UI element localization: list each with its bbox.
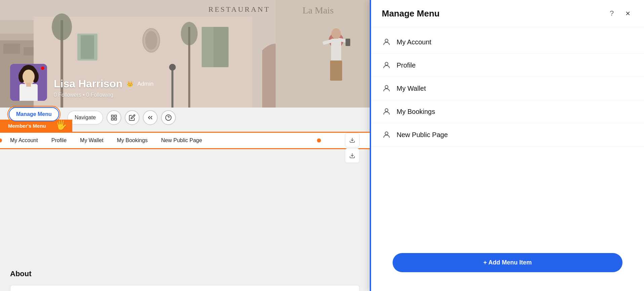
- svg-point-53: [385, 132, 388, 135]
- svg-rect-41: [112, 115, 114, 117]
- download-bottom-button[interactable]: [345, 148, 360, 163]
- nav-tab-new-public-page[interactable]: New Public Page: [161, 137, 202, 143]
- navigate-button[interactable]: Navigate: [67, 111, 103, 125]
- svg-text:RESTAURANT: RESTAURANT: [208, 5, 270, 13]
- nav-tab-my-account[interactable]: My Account: [10, 137, 38, 143]
- my-account-icon: [382, 37, 391, 47]
- nav-dot-right: [317, 138, 321, 142]
- svg-point-52: [385, 109, 388, 112]
- menu-item-my-bookings[interactable]: My Bookings: [371, 100, 644, 123]
- svg-rect-44: [115, 118, 117, 120]
- crown-icon: 👑: [127, 81, 133, 87]
- menu-item-my-account[interactable]: My Account: [371, 31, 644, 54]
- help-icon-button[interactable]: [161, 110, 176, 125]
- new-public-page-icon: [382, 130, 391, 139]
- profile-icon: [382, 60, 391, 70]
- nav-tab-my-wallet[interactable]: My Wallet: [80, 137, 104, 143]
- svg-point-49: [385, 39, 388, 42]
- my-bookings-icon: [382, 107, 391, 116]
- new-public-page-label: New Public Page: [397, 131, 448, 139]
- nav-tab-profile[interactable]: Profile: [51, 137, 67, 143]
- nav-tab-my-bookings[interactable]: My Bookings: [117, 137, 148, 143]
- svg-rect-40: [26, 83, 31, 87]
- my-wallet-icon: [382, 84, 391, 93]
- svg-point-50: [385, 62, 388, 65]
- name-row: Lisa Harrison 👑 Admin: [54, 78, 154, 90]
- follow-stats: 0 Followers • 0 Following: [54, 92, 154, 98]
- panel-close-button[interactable]: ×: [622, 8, 633, 19]
- about-textarea[interactable]: [10, 285, 360, 291]
- nav-tabs-row: My Account Profile My Wallet My Bookings…: [0, 132, 370, 149]
- edit-icon-button[interactable]: [125, 110, 139, 125]
- add-menu-item-button[interactable]: + Add Menu Item: [393, 253, 622, 272]
- hero-banner: La Mais: [0, 0, 370, 108]
- my-wallet-label: My Wallet: [397, 85, 426, 92]
- about-section: About: [0, 259, 370, 291]
- nav-dot-left: [0, 138, 2, 142]
- menu-item-my-wallet[interactable]: My Wallet: [371, 77, 644, 100]
- page-wrapper: La Mais: [0, 0, 644, 291]
- profile-info: Lisa Harrison 👑 Admin 0 Followers • 0 Fo…: [54, 78, 154, 101]
- menu-item-profile[interactable]: Profile: [371, 54, 644, 77]
- about-title: About: [10, 269, 360, 278]
- panel-actions: ? ×: [606, 8, 633, 19]
- my-bookings-label: My Bookings: [397, 108, 435, 116]
- svg-rect-42: [115, 115, 117, 117]
- my-account-label: My Account: [397, 38, 431, 46]
- profile-name: Lisa Harrison: [54, 78, 123, 90]
- svg-rect-43: [112, 118, 114, 120]
- manage-menu-btn-wrapper: Manage Menu: [7, 106, 61, 123]
- back-icon-button[interactable]: [143, 110, 158, 125]
- download-top-button[interactable]: [345, 133, 360, 148]
- profile-label: Profile: [397, 61, 416, 69]
- download-buttons-group: [345, 133, 360, 163]
- profile-overlay: Lisa Harrison 👑 Admin 0 Followers • 0 Fo…: [10, 64, 154, 101]
- svg-point-51: [385, 85, 388, 88]
- menu-item-new-public-page[interactable]: New Public Page: [371, 123, 644, 147]
- notification-dot: [41, 67, 44, 70]
- add-menu-btn-container: + Add Menu Item: [371, 245, 644, 291]
- avatar: [10, 64, 47, 101]
- panel-help-button[interactable]: ?: [606, 8, 617, 19]
- role-label: Admin: [137, 81, 154, 87]
- svg-point-38: [23, 70, 35, 84]
- manage-menu-panel: Manage Menu ? × My Account: [370, 0, 644, 291]
- left-section: La Mais: [0, 0, 370, 291]
- manage-menu-button[interactable]: Manage Menu: [9, 107, 59, 121]
- panel-title: Manage Menu: [382, 8, 440, 19]
- panel-header: Manage Menu ? ×: [371, 0, 644, 27]
- grid-icon-button[interactable]: [107, 110, 121, 125]
- menu-items-list: My Account Profile My: [371, 27, 644, 245]
